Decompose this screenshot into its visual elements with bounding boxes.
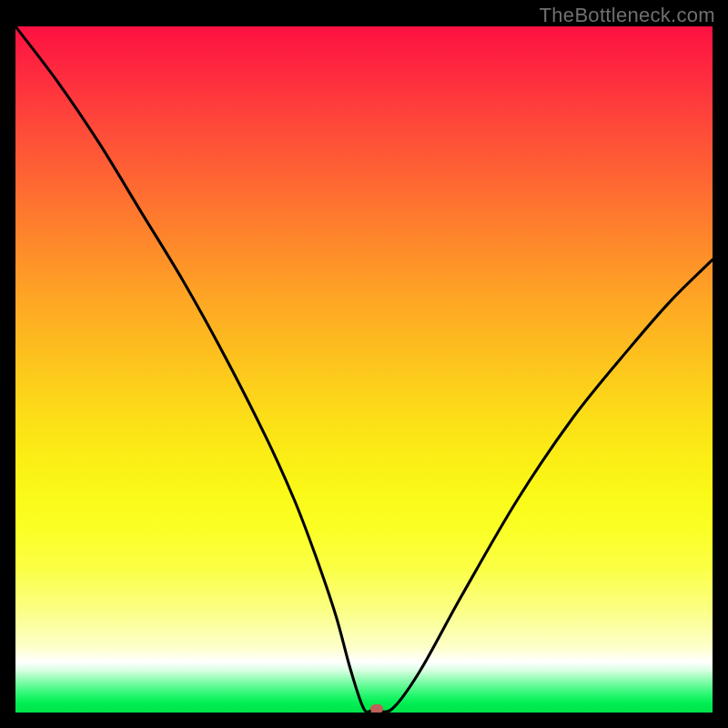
bottleneck-curve — [15, 26, 713, 713]
optimal-point-marker — [370, 704, 383, 713]
plot-area — [15, 26, 713, 713]
curve-svg — [15, 26, 713, 713]
chart-frame: TheBottleneck.com — [0, 0, 728, 728]
watermark-text: TheBottleneck.com — [540, 4, 715, 27]
